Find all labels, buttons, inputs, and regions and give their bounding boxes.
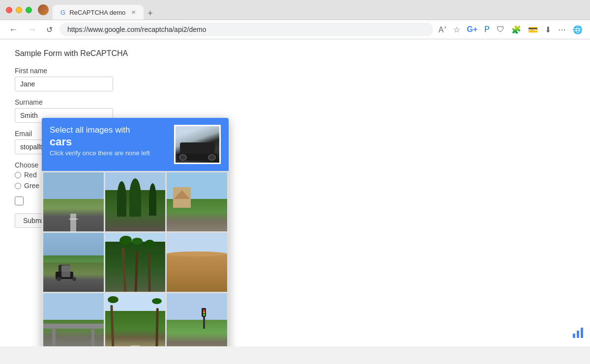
traffic-lights bbox=[6, 7, 32, 13]
browser-chrome: G ReCAPTCHA demo ✕ + ← → ↺ Aʼ ☆ G+ P 🛡 🧩… bbox=[0, 0, 590, 39]
back-button[interactable]: ← bbox=[6, 23, 21, 36]
grid-cell-2[interactable] bbox=[105, 172, 166, 231]
tab-title: ReCAPTCHA demo bbox=[69, 9, 125, 16]
grid-cell-1[interactable] bbox=[43, 172, 104, 231]
paypal-button[interactable]: P bbox=[483, 24, 491, 35]
puzzle-button[interactable]: 🧩 bbox=[510, 24, 523, 36]
svg-rect-0 bbox=[573, 334, 575, 338]
surname-label: Surname bbox=[15, 98, 152, 106]
first-name-group: First name bbox=[15, 67, 152, 91]
extensions-button[interactable]: G+ bbox=[466, 24, 479, 35]
radio-green-label: Gree bbox=[24, 182, 39, 190]
maximize-window-button[interactable] bbox=[26, 7, 32, 13]
grid-cell-9[interactable] bbox=[167, 293, 227, 346]
download-button[interactable]: ⬇ bbox=[543, 24, 553, 36]
first-name-input[interactable] bbox=[15, 77, 113, 91]
shield-icon[interactable]: 🛡 bbox=[495, 24, 506, 35]
radio-green[interactable] bbox=[15, 183, 21, 189]
page-content: Sample Form with ReCAPTCHA First name Su… bbox=[0, 39, 590, 346]
radio-red-label: Red bbox=[24, 171, 37, 179]
recaptcha-preview-image bbox=[174, 125, 221, 164]
bookmark-button[interactable]: ☆ bbox=[452, 24, 462, 36]
recaptcha-instruction-text: Select all images with cars Click verify… bbox=[50, 125, 168, 157]
address-input[interactable] bbox=[59, 23, 433, 36]
radio-red[interactable] bbox=[15, 172, 21, 178]
translate-button[interactable]: Aʼ bbox=[437, 24, 448, 36]
google-icon: G bbox=[60, 9, 65, 16]
grid-cell-7[interactable] bbox=[43, 293, 104, 346]
more-menu-button[interactable]: ⋯ bbox=[557, 24, 567, 36]
recaptcha-widget: Select all images with cars Click verify… bbox=[42, 118, 229, 346]
bar-chart-icon bbox=[571, 326, 585, 339]
recaptcha-checkbox[interactable] bbox=[15, 196, 24, 205]
form-title: Sample Form with ReCAPTCHA bbox=[15, 49, 152, 58]
recaptcha-image-grid bbox=[42, 171, 229, 346]
browser-actions: Aʼ ☆ G+ P 🛡 🧩 💳 ⬇ ⋯ 🌐 bbox=[437, 24, 584, 36]
profile-button[interactable]: 🌐 bbox=[571, 24, 584, 36]
close-window-button[interactable] bbox=[6, 7, 12, 13]
recaptcha-keyword: cars bbox=[50, 136, 168, 148]
grid-cell-6[interactable] bbox=[167, 233, 227, 292]
grid-cell-3[interactable] bbox=[167, 172, 227, 231]
minimize-window-button[interactable] bbox=[16, 7, 22, 13]
address-bar: ← → ↺ Aʼ ☆ G+ P 🛡 🧩 💳 ⬇ ⋯ 🌐 bbox=[0, 20, 590, 39]
title-bar: G ReCAPTCHA demo ✕ + bbox=[0, 0, 590, 20]
grid-cell-5[interactable] bbox=[105, 233, 166, 292]
first-name-label: First name bbox=[15, 67, 152, 75]
svg-rect-1 bbox=[577, 331, 579, 338]
avatar bbox=[38, 4, 49, 15]
wallet-button[interactable]: 💳 bbox=[527, 24, 539, 36]
tab-close-button[interactable]: ✕ bbox=[131, 9, 136, 16]
new-tab-button[interactable]: + bbox=[144, 8, 157, 19]
recaptcha-instruction: Select all images with bbox=[50, 125, 130, 135]
grid-cell-4[interactable] bbox=[43, 233, 104, 292]
browser-tab-active[interactable]: G ReCAPTCHA demo ✕ bbox=[53, 5, 144, 20]
recaptcha-sub-instruction: Click verify once there are none left bbox=[50, 149, 150, 157]
grid-cell-8[interactable] bbox=[105, 293, 166, 346]
svg-rect-2 bbox=[581, 328, 583, 338]
forward-button[interactable]: → bbox=[25, 23, 39, 36]
recaptcha-header: Select all images with cars Click verify… bbox=[42, 118, 229, 171]
refresh-button[interactable]: ↺ bbox=[43, 24, 56, 36]
recaptcha-branding-icon bbox=[571, 326, 585, 341]
